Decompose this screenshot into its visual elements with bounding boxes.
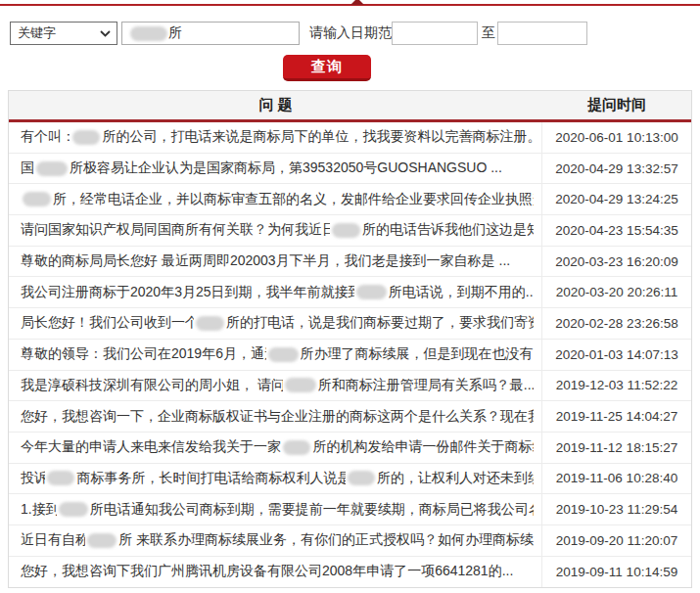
censored-text: [87, 533, 117, 548]
keyword-type-select-value: 关键字: [18, 24, 100, 42]
table-row: 投诉商标事务所，长时间打电话给商标权利人说是北京所的，让权利人对还未到续... …: [9, 464, 691, 495]
keyword-input[interactable]: 所: [121, 22, 300, 45]
question-cell[interactable]: 尊敬的领导：我们公司在2019年6月，通过所办理了商标续展，但是到现在也没有..…: [9, 340, 542, 370]
question-cell[interactable]: 我公司注册商标于2020年3月25日到期，我半年前就接到所电话说，到期不用的..…: [9, 277, 542, 307]
censored-text: [23, 192, 51, 206]
question-text: 1.接到: [21, 501, 57, 519]
chevron-down-icon: [100, 30, 111, 37]
table-row: 所，经常电话企业，并以商标审查五部的名义，发邮件给企业要求回传企业执照盖章扫..…: [9, 184, 691, 215]
censored-text: [332, 223, 360, 238]
question-column-header: 问 题: [9, 96, 542, 114]
date-to-input[interactable]: [497, 22, 587, 45]
question-cell[interactable]: 所，经常电话企业，并以商标审查五部的名义，发邮件给企业要求回传企业执照盖章扫..…: [9, 184, 542, 214]
question-text: 尊敬的领导：我们公司在2019年6月，通过: [21, 345, 266, 363]
question-text: 您好，我想咨询一下，企业商标版权证书与企业注册的商标这两个是什么关系？现在我企业…: [21, 408, 534, 426]
table-row: 国所极容易让企业认为是国家商标局，第39532050号GUOSHANGSUO .…: [9, 154, 691, 185]
question-text: 所的电话告诉我他们这边是知...: [362, 221, 534, 239]
question-text: 所的打电话，说是我们商标要过期了，要求我们寄资料...: [226, 314, 534, 332]
table-row: 局长您好！我们公司收到一个叫所的打电话，说是我们商标要过期了，要求我们寄资料..…: [9, 308, 691, 340]
time-cell: 2019-11-06 10:28:40: [542, 471, 691, 485]
table-header-row: 问 题 提问时间: [9, 91, 691, 122]
question-text: 所，经常电话企业，并以商标审查五部的名义，发邮件给企业要求回传企业执照盖章扫..…: [53, 191, 534, 208]
time-cell: 2019-10-23 11:29:54: [542, 502, 691, 517]
time-cell: 2019-12-03 11:52:22: [542, 378, 691, 392]
time-cell: 2020-02-28 23:26:58: [542, 316, 691, 331]
question-cell[interactable]: 我是淳硕科技深圳有限公司的周小姐， 请问所和商标注册管理局有关系吗？最...: [9, 371, 542, 401]
censored-text: [268, 347, 299, 362]
question-text: 您好，我想咨询下我们广州腾讯机房设备有限公司2008年申请了一项6641281的…: [21, 563, 513, 580]
question-cell[interactable]: 有个叫：所的公司，打电话来说是商标局下的单位，找我要资料以完善商标注册。但我..…: [9, 122, 542, 153]
time-cell: 2020-01-03 14:07:13: [542, 347, 691, 362]
time-cell: 2019-11-12 18:15:27: [542, 440, 691, 455]
censored-text: [283, 440, 311, 455]
table-row: 1.接到所电话通知我公司商标到期，需要提前一年就要续期，商标局已将我公司名单..…: [9, 494, 691, 525]
table-row: 我公司注册商标于2020年3月25日到期，我半年前就接到所电话说，到期不用的..…: [9, 277, 691, 308]
time-cell: 2020-04-29 13:32:57: [542, 161, 691, 176]
question-text: 请问国家知识产权局同国商所有何关联？为何我近日接到: [21, 221, 330, 239]
table-row: 尊敬的商标局局长您好 最近两周即202003月下半月，我们老是接到一家自称是 .…: [9, 247, 691, 278]
time-cell: 2020-06-01 10:13:00: [542, 130, 691, 145]
table-row: 我是淳硕科技深圳有限公司的周小姐， 请问所和商标注册管理局有关系吗？最... 2…: [9, 371, 691, 402]
censored-text: [356, 285, 387, 299]
censored-text: [285, 378, 316, 392]
question-cell[interactable]: 1.接到所电话通知我公司商标到期，需要提前一年就要续期，商标局已将我公司名单..…: [9, 494, 542, 525]
question-text: 所和商标注册管理局有关系吗？最...: [318, 377, 534, 394]
question-cell[interactable]: 今年大量的申请人来电来信发给我关于一家名为所的机构发给申请一份邮件关于商标续..…: [9, 433, 542, 463]
question-text: 所的公司，打电话来说是商标局下的单位，找我要资料以完善商标注册。但我...: [102, 128, 534, 146]
censored-text: [348, 471, 375, 485]
question-table: 问 题 提问时间 有个叫：所的公司，打电话来说是商标局下的单位，找我要资料以完善…: [8, 90, 692, 588]
question-text: 投诉: [21, 470, 45, 487]
question-text: 所极容易让企业认为是国家商标局，第39532050号GUOSHANGSUO ..…: [70, 160, 502, 177]
question-text: 尊敬的商标局局长您好 最近两周即202003月下半月，我们老是接到一家自称是 .…: [21, 252, 510, 270]
question-text: 所的机构发给申请一份邮件关于商标续...: [312, 438, 534, 456]
top-divider-line: [0, 4, 700, 6]
question-text: 所办理了商标续展，但是到现在也没有...: [301, 345, 534, 363]
keyword-type-select[interactable]: 关键字: [10, 22, 117, 45]
table-body: 有个叫：所的公司，打电话来说是商标局下的单位，找我要资料以完善商标注册。但我..…: [9, 122, 691, 587]
censored-text: [196, 316, 224, 331]
question-text: 商标事务所，长时间打电话给商标权利人说是北京: [76, 470, 345, 487]
time-column-header: 提问时间: [542, 96, 691, 114]
question-text: 所电话通知我公司商标到期，需要提前一年就要续期，商标局已将我公司名单...: [90, 501, 534, 519]
question-text: 所 来联系办理商标续展业务，有你们的正式授权吗？如何办理商标续展...: [118, 531, 534, 549]
question-text: 我公司注册商标于2020年3月25日到期，我半年前就接到: [21, 284, 354, 301]
censored-text: [36, 161, 68, 176]
table-row: 今年大量的申请人来电来信发给我关于一家名为所的机构发给申请一份邮件关于商标续..…: [9, 433, 691, 464]
question-cell[interactable]: 投诉商标事务所，长时间打电话给商标权利人说是北京所的，让权利人对还未到续...: [9, 464, 542, 494]
question-text: 今年大量的申请人来电来信发给我关于一家名为: [21, 438, 281, 456]
table-row: 请问国家知识产权局同国商所有何关联？为何我近日接到所的电话告诉我他们这边是知..…: [9, 215, 691, 247]
censored-text: [130, 26, 167, 41]
date-from-input[interactable]: [392, 22, 478, 45]
question-cell[interactable]: 您好，我想咨询一下，企业商标版权证书与企业注册的商标这两个是什么关系？现在我企业…: [9, 401, 542, 432]
question-text: 我是淳硕科技深圳有限公司的周小姐， 请问: [21, 377, 283, 394]
question-text: 近日有自称: [21, 531, 85, 549]
censored-text: [72, 130, 101, 145]
question-cell[interactable]: 局长您好！我们公司收到一个叫所的打电话，说是我们商标要过期了，要求我们寄资料..…: [9, 308, 542, 339]
search-form: 关键字 所 请输入日期范围 至: [0, 21, 700, 46]
question-text: 所电话说，到期不用的...: [389, 284, 534, 301]
question-cell[interactable]: 请问国家知识产权局同国商所有何关联？为何我近日接到所的电话告诉我他们这边是知..…: [9, 215, 542, 246]
table-row: 尊敬的领导：我们公司在2019年6月，通过所办理了商标续展，但是到现在也没有..…: [9, 340, 691, 371]
keyword-input-value: 所: [168, 24, 182, 42]
question-cell[interactable]: 尊敬的商标局局长您好 最近两周即202003月下半月，我们老是接到一家自称是 .…: [9, 247, 542, 277]
time-cell: 2019-11-25 14:04:27: [542, 409, 691, 424]
search-button[interactable]: 查询: [283, 55, 371, 81]
question-text: 国: [21, 160, 34, 177]
table-row: 近日有自称 所 来联系办理商标续展业务，有你们的正式授权吗？如何办理商标续展..…: [9, 525, 691, 557]
tab-indicator-arrow-icon: [350, 0, 364, 5]
time-cell: 2019-09-20 11:20:07: [542, 533, 691, 548]
time-cell: 2020-04-23 15:54:35: [542, 223, 691, 238]
time-cell: 2020-03-23 16:20:09: [542, 254, 691, 269]
question-text: 所的，让权利人对还未到续...: [377, 470, 534, 487]
to-label: 至: [482, 24, 495, 42]
time-cell: 2020-04-29 13:24:25: [542, 192, 691, 206]
table-row: 您好，我想咨询下我们广州腾讯机房设备有限公司2008年申请了一项6641281的…: [9, 557, 691, 588]
question-cell[interactable]: 近日有自称 所 来联系办理商标续展业务，有你们的正式授权吗？如何办理商标续展..…: [9, 525, 542, 556]
censored-text: [47, 471, 74, 485]
table-row: 有个叫：所的公司，打电话来说是商标局下的单位，找我要资料以完善商标注册。但我..…: [9, 122, 691, 154]
table-row: 您好，我想咨询一下，企业商标版权证书与企业注册的商标这两个是什么关系？现在我企业…: [9, 401, 691, 433]
question-text: 局长您好！我们公司收到一个叫: [21, 314, 194, 332]
question-cell[interactable]: 您好，我想咨询下我们广州腾讯机房设备有限公司2008年申请了一项6641281的…: [9, 557, 542, 588]
question-cell[interactable]: 国所极容易让企业认为是国家商标局，第39532050号GUOSHANGSUO .…: [9, 154, 542, 184]
time-cell: 2020-03-20 20:26:11: [542, 285, 691, 299]
